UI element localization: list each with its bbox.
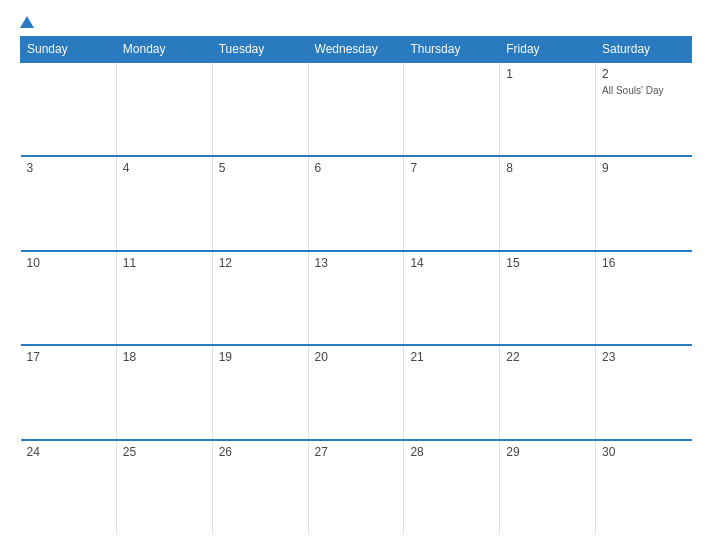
day-number: 10 (27, 256, 110, 270)
day-number: 26 (219, 445, 302, 459)
day-number: 6 (315, 161, 398, 175)
col-header-monday: Monday (116, 37, 212, 63)
calendar-cell: 14 (404, 251, 500, 345)
day-number: 22 (506, 350, 589, 364)
calendar-cell (116, 62, 212, 156)
day-number: 20 (315, 350, 398, 364)
calendar-cell: 27 (308, 440, 404, 534)
day-number: 24 (27, 445, 110, 459)
calendar-cell: 16 (596, 251, 692, 345)
calendar-cell: 11 (116, 251, 212, 345)
day-number: 12 (219, 256, 302, 270)
calendar-cell: 21 (404, 345, 500, 439)
day-number: 3 (27, 161, 110, 175)
calendar-cell (404, 62, 500, 156)
calendar-cell: 28 (404, 440, 500, 534)
calendar-cell: 17 (21, 345, 117, 439)
logo (20, 16, 37, 28)
day-number: 27 (315, 445, 398, 459)
calendar-cell: 15 (500, 251, 596, 345)
day-number: 1 (506, 67, 589, 81)
calendar-header (20, 16, 692, 28)
calendar-cell (212, 62, 308, 156)
calendar-cell: 1 (500, 62, 596, 156)
day-number: 25 (123, 445, 206, 459)
calendar-week-row: 10111213141516 (21, 251, 692, 345)
calendar-cell: 25 (116, 440, 212, 534)
calendar-cell: 9 (596, 156, 692, 250)
day-number: 4 (123, 161, 206, 175)
day-number: 11 (123, 256, 206, 270)
day-number: 15 (506, 256, 589, 270)
calendar-cell: 5 (212, 156, 308, 250)
calendar-cell: 22 (500, 345, 596, 439)
calendar-cell: 7 (404, 156, 500, 250)
day-number: 13 (315, 256, 398, 270)
calendar-cell (21, 62, 117, 156)
col-header-sunday: Sunday (21, 37, 117, 63)
calendar-cell: 12 (212, 251, 308, 345)
day-number: 16 (602, 256, 685, 270)
calendar-week-row: 24252627282930 (21, 440, 692, 534)
calendar-week-row: 12All Souls' Day (21, 62, 692, 156)
calendar-table: SundayMondayTuesdayWednesdayThursdayFrid… (20, 36, 692, 534)
day-number: 17 (27, 350, 110, 364)
calendar-week-row: 17181920212223 (21, 345, 692, 439)
calendar-cell: 10 (21, 251, 117, 345)
day-number: 18 (123, 350, 206, 364)
day-number: 19 (219, 350, 302, 364)
calendar-cell: 4 (116, 156, 212, 250)
calendar-cell: 30 (596, 440, 692, 534)
day-number: 29 (506, 445, 589, 459)
day-number: 9 (602, 161, 685, 175)
day-number: 21 (410, 350, 493, 364)
col-header-wednesday: Wednesday (308, 37, 404, 63)
col-header-tuesday: Tuesday (212, 37, 308, 63)
col-header-thursday: Thursday (404, 37, 500, 63)
calendar-cell: 23 (596, 345, 692, 439)
day-number: 23 (602, 350, 685, 364)
calendar-cell: 6 (308, 156, 404, 250)
calendar-cell: 26 (212, 440, 308, 534)
day-number: 14 (410, 256, 493, 270)
day-number: 8 (506, 161, 589, 175)
calendar-cell: 3 (21, 156, 117, 250)
calendar-cell: 19 (212, 345, 308, 439)
day-number: 5 (219, 161, 302, 175)
day-number: 2 (602, 67, 685, 81)
calendar-week-row: 3456789 (21, 156, 692, 250)
holiday-label: All Souls' Day (602, 85, 663, 96)
day-number: 30 (602, 445, 685, 459)
logo-blue-text (20, 16, 37, 28)
day-number: 28 (410, 445, 493, 459)
day-number: 7 (410, 161, 493, 175)
calendar-body: 12All Souls' Day345678910111213141516171… (21, 62, 692, 534)
logo-triangle-icon (20, 16, 34, 28)
calendar-cell (308, 62, 404, 156)
calendar-cell: 29 (500, 440, 596, 534)
calendar-cell: 8 (500, 156, 596, 250)
calendar-cell: 24 (21, 440, 117, 534)
col-header-friday: Friday (500, 37, 596, 63)
calendar-cell: 2All Souls' Day (596, 62, 692, 156)
calendar-header-row: SundayMondayTuesdayWednesdayThursdayFrid… (21, 37, 692, 63)
col-header-saturday: Saturday (596, 37, 692, 63)
calendar-cell: 20 (308, 345, 404, 439)
calendar-cell: 18 (116, 345, 212, 439)
calendar-cell: 13 (308, 251, 404, 345)
